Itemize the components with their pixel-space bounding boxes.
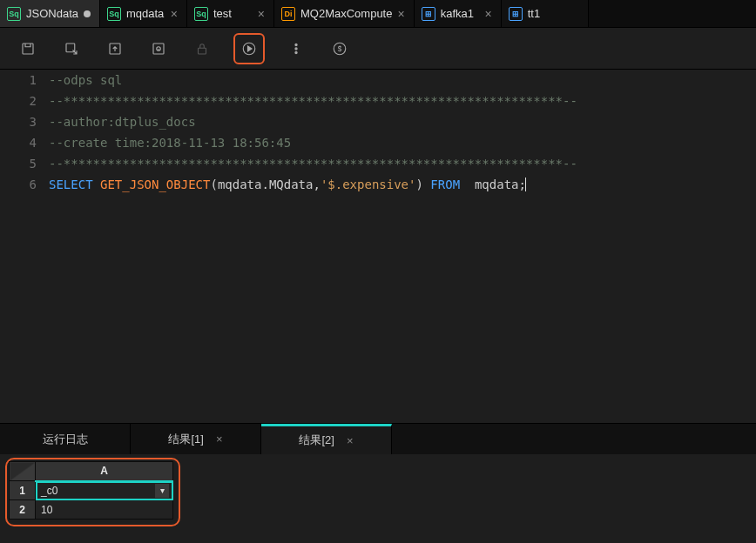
- close-icon[interactable]: ×: [397, 8, 404, 20]
- di-icon: Di: [281, 7, 295, 21]
- code-comment: --**************************************…: [49, 157, 577, 171]
- result-panel: A 1 _c0 ▾ 2 10: [0, 454, 756, 543]
- code-text: mqdata;: [460, 178, 526, 191]
- line-number: 1: [0, 70, 37, 90]
- more-button[interactable]: [284, 37, 308, 61]
- cost-icon: $: [332, 41, 348, 57]
- grid-corner[interactable]: [10, 462, 36, 481]
- code-keyword: SELECT: [49, 178, 93, 191]
- line-number: 6: [0, 174, 37, 195]
- row-header-1[interactable]: 1: [10, 481, 36, 500]
- svg-rect-5: [199, 48, 206, 54]
- steal-lock-button[interactable]: [146, 37, 171, 61]
- code-content[interactable]: --odps sql --***************************…: [49, 70, 756, 423]
- line-gutter: 1 2 3 4 5 6: [0, 70, 49, 423]
- close-icon[interactable]: ×: [171, 8, 178, 20]
- more-vertical-icon: [288, 41, 304, 57]
- sql-icon: Sq: [7, 7, 21, 21]
- result-highlight: A 1 _c0 ▾ 2 10: [5, 458, 180, 526]
- code-comment: --create time:2018-11-13 18:56:45: [49, 136, 291, 150]
- close-icon[interactable]: ×: [347, 434, 354, 447]
- code-text: (mqdata.MQdata,: [210, 178, 320, 191]
- dirty-indicator-icon: [84, 10, 91, 17]
- tab-label: kafka1: [441, 7, 480, 20]
- line-number: 2: [0, 90, 37, 111]
- play-icon: [241, 41, 257, 57]
- code-comment: --author:dtplus_docs: [49, 115, 196, 129]
- tab-test[interactable]: Sq test ×: [187, 0, 274, 27]
- cell-a1[interactable]: _c0 ▾: [36, 481, 173, 500]
- table-icon: ⊞: [422, 7, 435, 21]
- editor-tab-bar: Sq JSONdata Sq mqdata × Sq test × Di MQ2…: [0, 0, 756, 28]
- cell-a2[interactable]: 10: [36, 500, 173, 520]
- code-function: GET_JSON_OBJECT: [100, 178, 210, 191]
- lock-icon: [194, 41, 210, 57]
- result-tab-bar: 运行日志 结果[1] × 结果[2] ×: [0, 423, 756, 454]
- svg-point-8: [295, 47, 297, 49]
- tab-result-1[interactable]: 结果[1] ×: [131, 424, 261, 454]
- code-editor[interactable]: 1 2 3 4 5 6 --odps sql --***************…: [0, 70, 756, 423]
- code-comment: --**************************************…: [49, 94, 577, 108]
- save-button[interactable]: [16, 37, 40, 61]
- submit-button[interactable]: [103, 37, 127, 61]
- tab-label: 结果[2]: [299, 432, 334, 448]
- tab-result-2[interactable]: 结果[2] ×: [261, 424, 392, 454]
- cost-button[interactable]: $: [327, 37, 352, 61]
- tab-run-log[interactable]: 运行日志: [0, 424, 131, 454]
- tab-label: test: [213, 7, 253, 20]
- sql-icon: Sq: [107, 7, 121, 21]
- tab-label: tt1: [528, 7, 579, 20]
- tab-kafka1[interactable]: ⊞ kafka1 ×: [415, 0, 502, 27]
- line-number: 3: [0, 111, 37, 132]
- cell-value: _c0: [41, 485, 57, 497]
- line-number: 5: [0, 153, 37, 174]
- text-cursor-icon: [525, 178, 526, 191]
- svg-point-7: [295, 44, 297, 45]
- lock-button[interactable]: [190, 37, 214, 61]
- tab-label: 运行日志: [43, 432, 88, 447]
- tab-label: mqdata: [126, 7, 165, 20]
- result-grid[interactable]: A 1 _c0 ▾ 2 10: [9, 461, 173, 520]
- save-icon: [20, 41, 36, 57]
- tab-tt1[interactable]: ⊞ tt1: [502, 0, 589, 27]
- column-header-a[interactable]: A: [36, 462, 173, 481]
- row-header-2[interactable]: 2: [10, 500, 36, 520]
- run-button[interactable]: [233, 33, 265, 64]
- editor-toolbar: $: [0, 28, 756, 70]
- tab-label: JSONdata: [26, 7, 78, 20]
- tab-jsondata[interactable]: Sq JSONdata: [0, 0, 100, 27]
- code-text: ): [415, 178, 422, 191]
- code-comment: --odps sql: [49, 73, 122, 87]
- sql-icon: Sq: [194, 7, 208, 21]
- code-keyword: FROM: [430, 178, 460, 191]
- svg-rect-0: [23, 44, 33, 54]
- close-icon[interactable]: ×: [216, 432, 223, 446]
- chevron-down-icon[interactable]: ▾: [155, 484, 169, 498]
- close-icon[interactable]: ×: [258, 8, 265, 20]
- svg-text:$: $: [338, 45, 342, 53]
- save-as-button[interactable]: [59, 37, 84, 61]
- svg-point-9: [295, 51, 297, 53]
- tab-label: MQ2MaxCompute: [300, 7, 392, 20]
- cell-value: 10: [41, 504, 52, 516]
- upload-icon: [107, 41, 123, 57]
- tab-label: 结果[1]: [168, 432, 203, 447]
- tab-mq2maxcompute[interactable]: Di MQ2MaxCompute ×: [274, 0, 415, 27]
- code-string: '$.expensive': [321, 178, 416, 191]
- steal-lock-icon: [151, 41, 166, 57]
- tab-mqdata[interactable]: Sq mqdata ×: [100, 0, 187, 27]
- table-icon: ⊞: [509, 7, 523, 21]
- close-icon[interactable]: ×: [484, 8, 491, 20]
- save-as-icon: [64, 41, 79, 57]
- line-number: 4: [0, 132, 37, 153]
